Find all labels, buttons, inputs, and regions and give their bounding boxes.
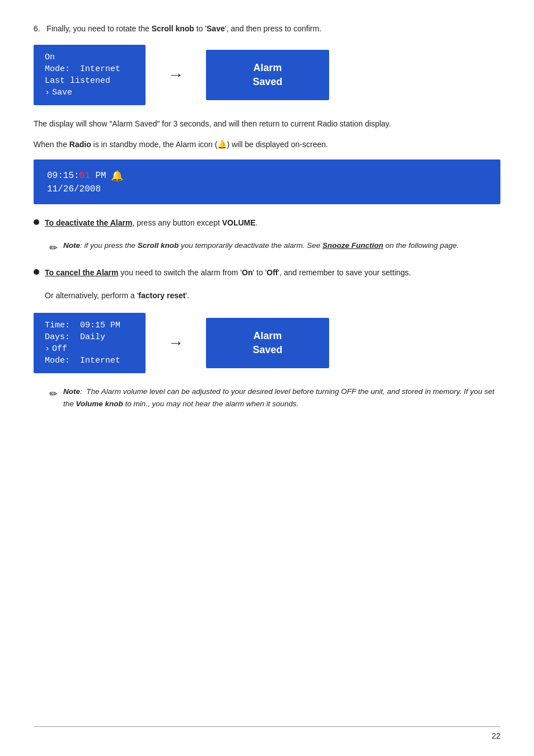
screen-box-right-2: Alarm Saved <box>206 318 329 368</box>
display-row-2: Time: 09:15 PM Days: Daily › Off Mode: I… <box>34 313 500 373</box>
note-pencil-icon-1: ✏ <box>49 240 58 257</box>
bullet-deactivate: To deactivate the Alarm, press any butto… <box>34 217 500 229</box>
bullet-list: To deactivate the Alarm, press any butto… <box>34 217 500 229</box>
on-bold: On <box>242 268 252 277</box>
arrow-icon-1: → <box>168 66 184 84</box>
alarm-saved-line2: Saved <box>252 76 282 88</box>
alarm-bell-icon: 🔔 <box>217 140 227 149</box>
alarm-saved-line1: Alarm <box>253 62 282 74</box>
screen2-days: Days: Daily <box>45 332 134 342</box>
note-text-2: Note: The Alarm volume level can be adju… <box>63 386 500 411</box>
note-pencil-icon-2: ✏ <box>49 386 58 403</box>
factory-reset-bold: factory reset <box>138 291 185 300</box>
bullet-cancel: To cancel the Alarm you need to switch t… <box>34 266 500 279</box>
snooze-function-link: Snooze Function <box>322 241 383 250</box>
screen2-off: › Off <box>45 344 134 354</box>
note-box-2: ✏ Note: The Alarm volume level can be ad… <box>49 386 500 411</box>
bullet-text-2: To cancel the Alarm you need to switch t… <box>45 266 411 279</box>
display-row-1: On Mode: Internet Last listened › Save →… <box>34 45 500 105</box>
clock-alarm-icon: 🔔 <box>111 170 123 182</box>
bullet-dot-2 <box>34 269 39 275</box>
screen-line-save: › Save <box>45 88 134 97</box>
alarm-saved2-line2: Saved <box>252 344 282 356</box>
clock-date: 11/26/2008 <box>47 184 487 194</box>
clock-screen: 09:15:01 PM 🔔 11/26/2008 <box>34 159 500 204</box>
display-desc: The display will show "Alarm Saved" for … <box>34 118 500 130</box>
note-box-1: ✏ Note: if you press the Scroll knob you… <box>49 240 500 257</box>
save-label: Save <box>207 24 225 33</box>
step6-mid: to ' <box>194 24 207 33</box>
clock-time-prefix: 09:15:01 PM <box>47 171 106 181</box>
screen2-mode: Mode: Internet <box>45 356 134 365</box>
off-bold: Off <box>266 268 278 277</box>
step6-end: ', and then press to confirm. <box>225 24 321 33</box>
bullet-dot-1 <box>34 219 39 225</box>
screen2-time: Time: 09:15 PM <box>45 321 134 330</box>
screen-line-mode: Mode: Internet <box>45 64 134 74</box>
volume-knob-bold: Volume knob <box>76 400 123 408</box>
volume-bold: VOLUME <box>222 218 256 227</box>
alarm-saved2-line1: Alarm <box>253 330 282 342</box>
screen-box-right-1: Alarm Saved <box>206 50 329 100</box>
clock-seconds-red: 01 <box>79 171 90 181</box>
scroll-knob-label: Scroll knob <box>152 24 194 33</box>
page-number: 22 <box>491 731 500 740</box>
note-text-1: Note: if you press the Scroll knob you t… <box>63 240 459 252</box>
step6-number: 6. Finally, you need to rotate the <box>34 24 152 33</box>
scroll-knob-note: Scroll knob <box>138 241 179 250</box>
step6-intro: 6. Finally, you need to rotate the Scrol… <box>34 22 500 35</box>
screen-box-1: On Mode: Internet Last listened › Save <box>34 45 146 105</box>
page-footer: 22 <box>34 726 500 740</box>
screen-line-last: Last listened <box>45 76 134 86</box>
radio-bold: Radio <box>69 140 91 149</box>
chevron-icon-2: › <box>45 344 50 354</box>
arrow-icon-2: → <box>168 334 184 352</box>
standby-note: When the Radio is in standby mode, the A… <box>34 138 500 151</box>
cancel-label: To cancel the Alarm <box>45 268 118 277</box>
deactivate-label: To deactivate the Alarm <box>45 218 132 227</box>
clock-time-row: 09:15:01 PM 🔔 <box>47 170 487 182</box>
factory-reset-para: Or alternatively, perform a 'factory res… <box>45 289 500 302</box>
chevron-icon: › <box>45 88 50 97</box>
bullet-text-1: To deactivate the Alarm, press any butto… <box>45 217 258 229</box>
screen-box-2: Time: 09:15 PM Days: Daily › Off Mode: I… <box>34 313 146 373</box>
screen-line-on: On <box>45 53 134 62</box>
bullet-list-2: To cancel the Alarm you need to switch t… <box>34 266 500 279</box>
